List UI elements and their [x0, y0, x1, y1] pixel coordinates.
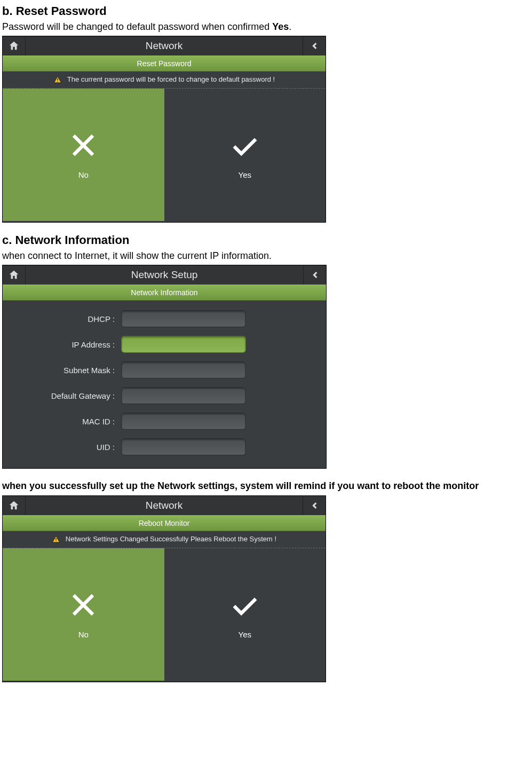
input-gateway[interactable] [121, 387, 246, 404]
input-mask[interactable] [121, 361, 246, 378]
label-ip: IP Address : [3, 340, 121, 349]
label-mask: Subnet Mask : [3, 366, 121, 375]
no-button[interactable]: No [3, 548, 164, 681]
input-mac[interactable] [121, 413, 246, 430]
warning-row: Network Settings Changed Successfully Pl… [3, 531, 325, 548]
svg-rect-1 [57, 81, 58, 81]
warning-icon [52, 535, 60, 543]
intro-reset-pre: Password will be changed to default pass… [2, 21, 272, 32]
svg-rect-0 [57, 78, 58, 80]
intro-reset: Password will be changed to default pass… [2, 21, 532, 33]
intro-reset-bold: Yes [272, 21, 289, 32]
row-uid: UID : [3, 434, 326, 460]
svg-rect-3 [55, 541, 56, 541]
chevron-left-icon [310, 268, 320, 282]
check-icon [229, 131, 260, 160]
back-button[interactable] [303, 496, 325, 515]
intro-netinfo: when connect to Internet, it will show t… [2, 250, 532, 262]
yes-label: Yes [239, 170, 251, 179]
app-network-info: Network Setup Network Information DHCP :… [2, 265, 327, 469]
row-mask: Subnet Mask : [3, 357, 326, 383]
title-bar: Network [3, 496, 325, 515]
row-mac: MAC ID : [3, 408, 326, 434]
home-icon [8, 500, 20, 511]
row-dhcp: DHCP : [3, 306, 326, 332]
back-button[interactable] [303, 265, 326, 285]
heading-reset: b. Reset Password [2, 4, 532, 18]
screen-title: Network Setup [26, 269, 303, 281]
home-icon [8, 269, 20, 281]
label-dhcp: DHCP : [3, 314, 121, 324]
warning-text: Network Settings Changed Successfully Pl… [66, 535, 276, 543]
svg-rect-2 [55, 538, 56, 540]
cross-icon [68, 590, 99, 619]
chevron-left-icon [309, 39, 319, 53]
no-label: No [78, 170, 89, 179]
home-button[interactable] [3, 496, 26, 515]
home-button[interactable] [3, 36, 26, 56]
choice-row: No Yes [3, 548, 325, 681]
heading-netinfo: c. Network Information [2, 233, 532, 247]
back-button[interactable] [303, 36, 325, 56]
intro-reboot: when you successfully set up the Network… [2, 479, 532, 492]
app-reboot-monitor: Network Reboot Monitor Network Settings … [2, 495, 326, 682]
section-header: Network Information [3, 285, 326, 301]
section-header: Reboot Monitor [3, 515, 325, 531]
input-ip[interactable] [121, 336, 246, 353]
row-gateway: Default Gateway : [3, 383, 326, 408]
screen-title: Network [26, 500, 303, 511]
no-label: No [78, 630, 89, 639]
home-icon [8, 40, 20, 52]
screen-title: Network [26, 40, 303, 52]
warning-text: The current password will be forced to c… [67, 75, 275, 83]
section-header: Reset Password [3, 56, 325, 72]
input-uid[interactable] [121, 438, 246, 455]
intro-reset-post: . [289, 21, 291, 32]
cross-icon [68, 131, 99, 160]
label-uid: UID : [3, 443, 121, 452]
chevron-left-icon [309, 499, 319, 512]
label-gateway: Default Gateway : [3, 391, 121, 400]
home-button[interactable] [3, 265, 26, 285]
app-reset-password: Network Reset Password The current passw… [2, 36, 326, 223]
yes-button[interactable]: Yes [164, 89, 326, 221]
row-ip: IP Address : [3, 332, 326, 357]
warning-icon [53, 76, 62, 83]
input-dhcp[interactable] [121, 310, 246, 327]
no-button[interactable]: No [3, 89, 164, 221]
yes-label: Yes [239, 630, 251, 639]
info-form: DHCP : IP Address : Subnet Mask : Defaul… [3, 301, 326, 465]
yes-button[interactable]: Yes [164, 548, 326, 681]
title-bar: Network [3, 36, 325, 56]
choice-row: No Yes [3, 89, 325, 221]
check-icon [229, 590, 260, 619]
warning-row: The current password will be forced to c… [3, 72, 325, 89]
label-mac: MAC ID : [3, 417, 121, 426]
title-bar: Network Setup [3, 265, 326, 285]
